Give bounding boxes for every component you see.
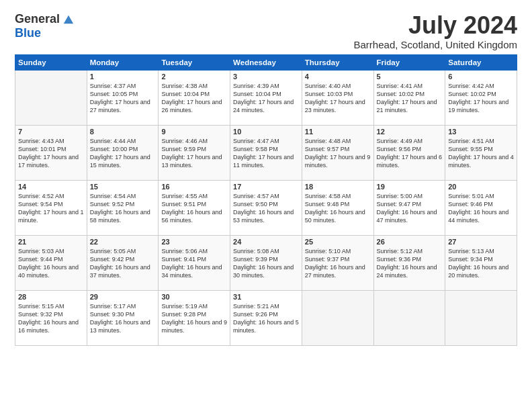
day-number: 11: [305, 128, 371, 136]
calendar-cell: 31Sunrise: 5:21 AMSunset: 9:26 PMDayligh…: [230, 290, 302, 345]
logo-text: General: [15, 12, 75, 26]
day-info: Sunrise: 4:46 AMSunset: 9:59 PMDaylight:…: [161, 137, 227, 170]
calendar-cell: 14Sunrise: 4:52 AMSunset: 9:54 PMDayligh…: [15, 180, 87, 235]
day-info: Sunrise: 5:01 AMSunset: 9:46 PMDaylight:…: [448, 192, 514, 225]
week-row-2: 14Sunrise: 4:52 AMSunset: 9:54 PMDayligh…: [15, 180, 517, 235]
day-info: Sunrise: 4:57 AMSunset: 9:50 PMDaylight:…: [233, 192, 299, 225]
calendar-cell: 7Sunrise: 4:43 AMSunset: 10:01 PMDayligh…: [15, 125, 87, 180]
day-info: Sunrise: 4:43 AMSunset: 10:01 PMDaylight…: [18, 137, 84, 170]
calendar-cell: 26Sunrise: 5:12 AMSunset: 9:36 PMDayligh…: [373, 235, 445, 290]
day-info: Sunrise: 4:49 AMSunset: 9:56 PMDaylight:…: [377, 137, 443, 170]
calendar-cell: 15Sunrise: 4:54 AMSunset: 9:52 PMDayligh…: [87, 180, 159, 235]
logo-icon: [62, 13, 75, 26]
day-info: Sunrise: 4:40 AMSunset: 10:03 PMDaylight…: [305, 82, 371, 115]
logo-blue: Blue: [15, 26, 41, 40]
calendar-cell: 25Sunrise: 5:10 AMSunset: 9:37 PMDayligh…: [302, 235, 373, 290]
header-cell-wednesday: Wednesday: [230, 54, 302, 70]
day-info: Sunrise: 4:44 AMSunset: 10:00 PMDaylight…: [90, 137, 156, 170]
day-info: Sunrise: 5:21 AMSunset: 9:26 PMDaylight:…: [233, 302, 299, 335]
calendar-cell: 30Sunrise: 5:19 AMSunset: 9:28 PMDayligh…: [159, 290, 230, 345]
day-info: Sunrise: 4:58 AMSunset: 9:48 PMDaylight:…: [305, 192, 371, 225]
header-cell-sunday: Sunday: [15, 54, 87, 70]
header-cell-thursday: Thursday: [302, 54, 373, 70]
day-number: 15: [90, 183, 156, 191]
month-title: July 2024: [354, 12, 517, 39]
day-number: 5: [377, 73, 443, 81]
week-row-1: 7Sunrise: 4:43 AMSunset: 10:01 PMDayligh…: [15, 125, 517, 180]
day-number: 21: [18, 238, 84, 246]
calendar-cell: 9Sunrise: 4:46 AMSunset: 9:59 PMDaylight…: [159, 125, 230, 180]
day-number: 9: [161, 128, 227, 136]
day-info: Sunrise: 5:15 AMSunset: 9:32 PMDaylight:…: [18, 302, 84, 335]
header-cell-friday: Friday: [373, 54, 445, 70]
day-info: Sunrise: 5:08 AMSunset: 9:39 PMDaylight:…: [233, 247, 299, 280]
calendar-cell: 27Sunrise: 5:13 AMSunset: 9:34 PMDayligh…: [445, 235, 517, 290]
calendar-cell: 29Sunrise: 5:17 AMSunset: 9:30 PMDayligh…: [87, 290, 159, 345]
day-info: Sunrise: 5:05 AMSunset: 9:42 PMDaylight:…: [90, 247, 156, 280]
calendar-cell: 23Sunrise: 5:06 AMSunset: 9:41 PMDayligh…: [159, 235, 230, 290]
day-info: Sunrise: 5:19 AMSunset: 9:28 PMDaylight:…: [161, 302, 227, 335]
day-info: Sunrise: 5:12 AMSunset: 9:36 PMDaylight:…: [377, 247, 443, 280]
week-row-4: 28Sunrise: 5:15 AMSunset: 9:32 PMDayligh…: [15, 290, 517, 345]
day-info: Sunrise: 4:54 AMSunset: 9:52 PMDaylight:…: [90, 192, 156, 225]
calendar-cell: [302, 290, 373, 345]
day-number: 27: [448, 238, 514, 246]
day-info: Sunrise: 5:17 AMSunset: 9:30 PMDaylight:…: [90, 302, 156, 335]
day-number: 6: [448, 73, 514, 81]
day-info: Sunrise: 4:37 AMSunset: 10:05 PMDaylight…: [90, 82, 156, 115]
calendar-cell: 2Sunrise: 4:38 AMSunset: 10:04 PMDayligh…: [159, 70, 230, 125]
calendar-cell: [15, 70, 87, 125]
day-info: Sunrise: 4:38 AMSunset: 10:04 PMDaylight…: [161, 82, 227, 115]
day-number: 12: [377, 128, 443, 136]
header-cell-tuesday: Tuesday: [159, 54, 230, 70]
calendar-cell: 5Sunrise: 4:41 AMSunset: 10:02 PMDayligh…: [373, 70, 445, 125]
day-info: Sunrise: 4:52 AMSunset: 9:54 PMDaylight:…: [18, 192, 84, 225]
calendar-cell: 24Sunrise: 5:08 AMSunset: 9:39 PMDayligh…: [230, 235, 302, 290]
calendar-cell: [373, 290, 445, 345]
day-number: 7: [18, 128, 84, 136]
day-info: Sunrise: 4:48 AMSunset: 9:57 PMDaylight:…: [305, 137, 371, 170]
calendar-cell: 11Sunrise: 4:48 AMSunset: 9:57 PMDayligh…: [302, 125, 373, 180]
week-row-3: 21Sunrise: 5:03 AMSunset: 9:44 PMDayligh…: [15, 235, 517, 290]
day-number: 22: [90, 238, 156, 246]
day-number: 4: [305, 73, 371, 81]
logo: General Blue: [15, 12, 75, 40]
header-row: SundayMondayTuesdayWednesdayThursdayFrid…: [15, 54, 517, 70]
day-number: 14: [18, 183, 84, 191]
calendar-cell: 12Sunrise: 4:49 AMSunset: 9:56 PMDayligh…: [373, 125, 445, 180]
day-number: 13: [448, 128, 514, 136]
day-info: Sunrise: 5:13 AMSunset: 9:34 PMDaylight:…: [448, 247, 514, 280]
day-number: 2: [161, 73, 227, 81]
day-number: 25: [305, 238, 371, 246]
day-number: 16: [161, 183, 227, 191]
calendar-table: SundayMondayTuesdayWednesdayThursdayFrid…: [15, 54, 517, 346]
calendar-cell: 20Sunrise: 5:01 AMSunset: 9:46 PMDayligh…: [445, 180, 517, 235]
location: Barrhead, Scotland, United Kingdom: [354, 39, 517, 50]
calendar-cell: 28Sunrise: 5:15 AMSunset: 9:32 PMDayligh…: [15, 290, 87, 345]
day-number: 30: [161, 293, 227, 301]
svg-marker-0: [64, 15, 73, 24]
header: General Blue July 2024 Barrhead, Scotlan…: [15, 12, 517, 50]
day-info: Sunrise: 5:00 AMSunset: 9:47 PMDaylight:…: [377, 192, 443, 225]
title-area: July 2024 Barrhead, Scotland, United Kin…: [354, 12, 517, 50]
day-number: 10: [233, 128, 299, 136]
calendar-cell: 4Sunrise: 4:40 AMSunset: 10:03 PMDayligh…: [302, 70, 373, 125]
day-info: Sunrise: 4:42 AMSunset: 10:02 PMDaylight…: [448, 82, 514, 115]
header-cell-saturday: Saturday: [445, 54, 517, 70]
calendar-cell: 21Sunrise: 5:03 AMSunset: 9:44 PMDayligh…: [15, 235, 87, 290]
calendar-cell: 3Sunrise: 4:39 AMSunset: 10:04 PMDayligh…: [230, 70, 302, 125]
day-info: Sunrise: 5:10 AMSunset: 9:37 PMDaylight:…: [305, 247, 371, 280]
calendar-cell: 13Sunrise: 4:51 AMSunset: 9:55 PMDayligh…: [445, 125, 517, 180]
calendar-cell: 1Sunrise: 4:37 AMSunset: 10:05 PMDayligh…: [87, 70, 159, 125]
day-number: 19: [377, 183, 443, 191]
calendar-cell: 22Sunrise: 5:05 AMSunset: 9:42 PMDayligh…: [87, 235, 159, 290]
calendar-cell: 19Sunrise: 5:00 AMSunset: 9:47 PMDayligh…: [373, 180, 445, 235]
day-number: 26: [377, 238, 443, 246]
calendar-cell: 16Sunrise: 4:55 AMSunset: 9:51 PMDayligh…: [159, 180, 230, 235]
page: General Blue July 2024 Barrhead, Scotlan…: [0, 0, 532, 411]
day-info: Sunrise: 5:06 AMSunset: 9:41 PMDaylight:…: [161, 247, 227, 280]
day-number: 29: [90, 293, 156, 301]
day-info: Sunrise: 4:47 AMSunset: 9:58 PMDaylight:…: [233, 137, 299, 170]
day-number: 18: [305, 183, 371, 191]
day-number: 20: [448, 183, 514, 191]
